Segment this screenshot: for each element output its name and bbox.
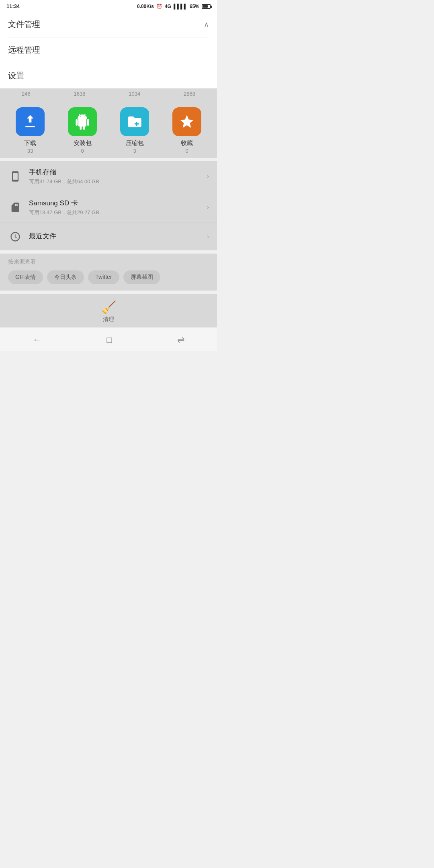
recent-files-info: 最近文件 [29,231,207,242]
remote-manager-label: 远程管理 [8,45,40,55]
app-icon-zip[interactable]: 压缩包 3 [113,107,157,154]
battery-percent: 65% [190,4,199,9]
numbers-bar: 246 1638 1034 2868 [0,88,217,99]
status-right: 0.00K/s ⏰ 4G ▌▌▌▌ 65% [137,4,211,9]
zip-icon-box [120,107,149,136]
settings-label: 设置 [8,70,24,81]
settings-item[interactable]: 设置 [0,63,217,88]
favorites-label: 收藏 [181,139,193,147]
source-section: 按来源查看 GIF表情 今日头条 Twitter 屏幕截图 [0,254,217,291]
sd-card-name: Samsung SD 卡 [29,199,207,208]
source-tag-gif[interactable]: GIF表情 [8,270,43,284]
chevron-up-icon: ∧ [204,20,209,29]
favorites-count: 0 [185,148,188,154]
bottom-action[interactable]: 🧹 清理 [0,294,217,327]
recent-files-name: 最近文件 [29,231,207,241]
recent-files-chevron: › [207,233,209,240]
sd-card-info: Samsung SD 卡 可用13.47 GB，总共29.27 GB [29,199,207,216]
app-icon-apk[interactable]: 安装包 0 [60,107,104,154]
recent-files-item[interactable]: 最近文件 › [0,223,217,250]
sd-card-chevron: › [207,204,209,211]
storage-section: 手机存储 可用31.74 GB，总共64.00 GB › Samsung SD … [0,161,217,250]
download-count: 33 [27,148,33,154]
sd-card-detail: 可用13.47 GB，总共29.27 GB [29,209,207,216]
time: 11:34 [6,3,20,9]
apk-label: 安装包 [74,139,92,147]
apk-count: 0 [81,148,84,154]
back-button[interactable]: ← [25,333,49,347]
zip-icon [127,114,143,130]
apk-icon-box [68,107,97,136]
sd-card-icon [8,200,23,215]
app-icon-favorites[interactable]: 收藏 0 [165,107,209,154]
nav-bar: ← □ ⇌ [0,327,217,351]
home-button[interactable]: □ [98,333,120,347]
favorites-icon-box [172,107,201,136]
number-1: 246 [22,91,31,97]
recent-button[interactable]: ⇌ [169,333,192,347]
phone-storage-item[interactable]: 手机存储 可用31.74 GB，总共64.00 GB › [0,161,217,192]
number-4: 2868 [184,91,195,97]
app-icons-section: 下载 33 安装包 0 压缩包 3 [0,99,217,158]
network-type: 4G [165,4,171,9]
number-2: 1638 [74,91,86,97]
battery-icon [202,4,211,9]
download-label: 下载 [24,139,36,147]
phone-icon [10,171,21,182]
app-icon-download[interactable]: 下载 33 [8,107,52,154]
source-tags: GIF表情 今日头条 Twitter 屏幕截图 [8,270,209,284]
top-menu: 文件管理 ∧ 远程管理 设置 [0,12,217,88]
download-icon-box [16,107,45,136]
phone-storage-chevron: › [207,173,209,180]
file-manager-label: 文件管理 [8,19,40,30]
clean-label: 清理 [103,316,114,323]
android-icon [74,114,90,130]
phone-storage-info: 手机存储 可用31.74 GB，总共64.00 GB [29,168,207,185]
sd-icon [10,202,21,213]
file-manager-item[interactable]: 文件管理 ∧ [0,12,217,37]
remote-manager-item[interactable]: 远程管理 [0,37,217,63]
network-speed: 0.00K/s [137,4,154,9]
phone-storage-detail: 可用31.74 GB，总共64.00 GB [29,178,207,185]
source-tag-toutiao[interactable]: 今日头条 [47,270,84,284]
source-tag-screenshot[interactable]: 屏幕截图 [123,270,160,284]
source-label: 按来源查看 [8,258,209,266]
alarm-icon: ⏰ [156,4,162,9]
number-3: 1034 [129,91,140,97]
zip-label: 压缩包 [126,139,144,147]
zip-count: 3 [133,148,136,154]
recent-icon [10,231,21,242]
app-icons-row: 下载 33 安装包 0 压缩包 3 [4,107,213,154]
status-bar: 11:34 0.00K/s ⏰ 4G ▌▌▌▌ 65% [0,0,217,12]
source-tag-twitter[interactable]: Twitter [88,270,119,284]
sd-card-item[interactable]: Samsung SD 卡 可用13.47 GB，总共29.27 GB › [0,192,217,223]
recent-files-icon [8,229,23,244]
star-icon [179,114,195,130]
phone-storage-icon [8,169,23,184]
signal-icon: ▌▌▌▌ [174,4,187,9]
phone-storage-name: 手机存储 [29,168,207,177]
download-icon [22,114,38,130]
clean-icon: 🧹 [101,300,116,314]
